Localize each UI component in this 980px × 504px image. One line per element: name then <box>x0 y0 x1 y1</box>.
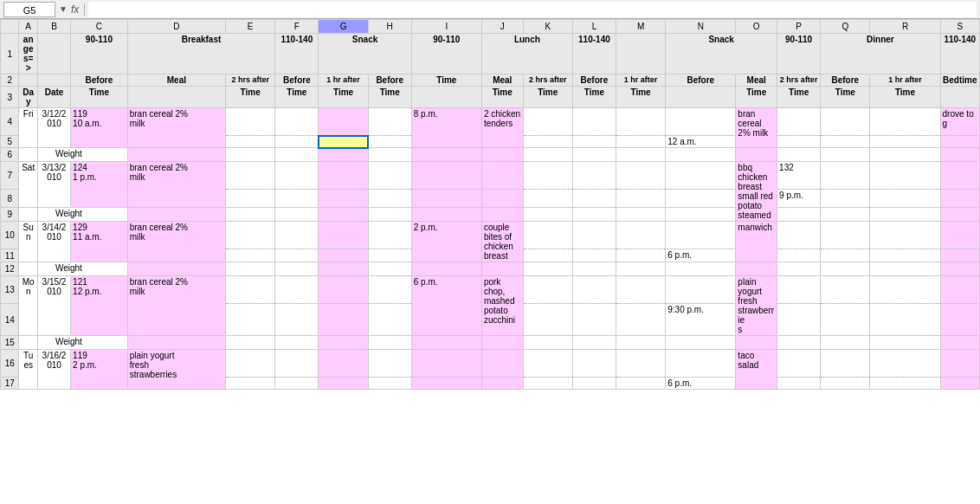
cell-l6[interactable] <box>572 148 616 162</box>
cell-h2[interactable]: Before <box>368 74 411 87</box>
cell-h15[interactable] <box>368 336 411 350</box>
cell-j3[interactable]: Time <box>481 87 523 108</box>
cell-k16[interactable] <box>523 350 572 378</box>
name-box[interactable]: G5 <box>3 2 55 17</box>
cell-s13[interactable] <box>940 276 979 304</box>
cell-p17[interactable] <box>777 378 821 390</box>
cell-p16[interactable] <box>777 350 821 378</box>
cell-n4[interactable] <box>666 108 736 136</box>
cell-n14[interactable]: 9:30 p.m. <box>666 304 736 336</box>
cell-p12[interactable] <box>777 262 821 276</box>
dropdown-arrow-icon[interactable]: ▼ <box>59 4 68 14</box>
cell-r12[interactable] <box>870 262 940 276</box>
cell-q14[interactable] <box>821 304 870 336</box>
cell-r7[interactable] <box>870 162 940 190</box>
cell-i4[interactable]: 8 p.m. <box>411 108 481 148</box>
cell-f17[interactable] <box>275 378 319 390</box>
cell-i16[interactable] <box>411 350 481 378</box>
cell-p10[interactable] <box>777 222 821 249</box>
cell-l1[interactable]: 110-140 <box>572 34 616 74</box>
cell-h6[interactable] <box>368 148 411 162</box>
cell-o7[interactable]: bbqchickenbreastsmall redpotatosteamed <box>736 162 777 222</box>
cell-k15[interactable] <box>523 336 572 350</box>
cell-m2[interactable]: 1 hr after <box>616 74 665 87</box>
cell-m4[interactable] <box>616 108 665 136</box>
cell-s3[interactable] <box>940 87 979 108</box>
cell-g2[interactable]: 1 hr after <box>319 74 368 87</box>
cell-f7[interactable] <box>275 162 319 190</box>
cell-l2[interactable]: Before <box>572 74 616 87</box>
cell-s1[interactable]: 110-140 <box>940 34 979 74</box>
cell-g5[interactable] <box>319 136 368 148</box>
cell-q7[interactable] <box>821 162 870 190</box>
cell-n11[interactable]: 6 p.m. <box>666 249 736 262</box>
cell-e13[interactable] <box>226 276 275 304</box>
cell-s8[interactable] <box>940 190 979 208</box>
cell-s6[interactable] <box>940 148 979 162</box>
cell-j12[interactable] <box>481 262 523 276</box>
cell-n7[interactable] <box>666 162 736 190</box>
cell-a10[interactable]: Sun <box>19 222 37 262</box>
cell-c7[interactable]: 1241 p.m. <box>71 162 128 208</box>
cell-m7[interactable] <box>616 162 665 190</box>
cell-p5[interactable] <box>777 136 821 148</box>
cell-r3[interactable]: Time <box>870 87 940 108</box>
cell-f5[interactable] <box>275 136 319 148</box>
cell-s15[interactable] <box>940 336 979 350</box>
cell-g14[interactable] <box>319 304 368 336</box>
cell-a4[interactable]: Fri <box>19 108 37 148</box>
cell-m3[interactable]: Time <box>616 87 665 108</box>
cell-e4[interactable] <box>226 108 275 136</box>
cell-l9[interactable] <box>572 208 616 222</box>
cell-i12[interactable] <box>411 262 481 276</box>
cell-j8[interactable] <box>481 190 523 208</box>
cell-k7[interactable] <box>523 162 572 190</box>
cell-b9[interactable]: Weight <box>37 208 127 222</box>
cell-p9[interactable] <box>777 208 821 222</box>
col-header-r[interactable]: R <box>870 20 940 34</box>
cell-e5[interactable] <box>226 136 275 148</box>
cell-r8[interactable] <box>870 190 940 208</box>
cell-q12[interactable] <box>821 262 870 276</box>
cell-s4[interactable]: drove to g <box>940 108 979 136</box>
cell-h3[interactable]: Time <box>368 87 411 108</box>
cell-i13[interactable]: 6 p.m. <box>411 276 481 336</box>
cell-f2[interactable]: Before <box>275 74 319 87</box>
cell-d12[interactable] <box>127 262 225 276</box>
cell-r9[interactable] <box>870 208 940 222</box>
col-header-i[interactable]: I <box>411 20 481 34</box>
cell-k2[interactable]: 2 hrs after <box>523 74 572 87</box>
cell-l15[interactable] <box>572 336 616 350</box>
cell-b15[interactable]: Weight <box>37 336 127 350</box>
cell-o10[interactable]: manwich <box>736 222 777 262</box>
cell-g11[interactable] <box>319 249 368 262</box>
cell-q17[interactable] <box>821 378 870 390</box>
cell-e8[interactable] <box>226 190 275 208</box>
col-header-d[interactable]: D <box>127 20 225 34</box>
cell-f13[interactable] <box>275 276 319 304</box>
cell-m9[interactable] <box>616 208 665 222</box>
cell-a12[interactable] <box>19 262 37 276</box>
col-header-k[interactable]: K <box>523 20 572 34</box>
cell-n6[interactable] <box>666 148 736 162</box>
cell-m5[interactable] <box>616 136 665 148</box>
cell-h8[interactable] <box>368 190 411 208</box>
cell-c2[interactable]: Before <box>71 74 128 87</box>
cell-b16[interactable]: 3/16/2010 <box>37 350 70 390</box>
cell-l10[interactable] <box>572 222 616 249</box>
cell-q6[interactable] <box>821 148 870 162</box>
col-header-s[interactable]: S <box>940 20 979 34</box>
col-header-l[interactable]: L <box>572 20 616 34</box>
cell-g16[interactable] <box>319 350 368 378</box>
cell-f3[interactable]: Time <box>275 87 319 108</box>
col-header-p[interactable]: P <box>777 20 821 34</box>
cell-r11[interactable] <box>870 249 940 262</box>
cell-q8[interactable] <box>821 190 870 208</box>
cell-k13[interactable] <box>523 276 572 304</box>
cell-n17[interactable]: 6 p.m. <box>666 378 736 390</box>
cell-h10[interactable] <box>368 222 411 249</box>
cell-k14[interactable] <box>523 304 572 336</box>
cell-g3[interactable]: Time <box>319 87 368 108</box>
cell-c1[interactable]: 90-110 <box>71 34 128 74</box>
cell-f14[interactable] <box>275 304 319 336</box>
